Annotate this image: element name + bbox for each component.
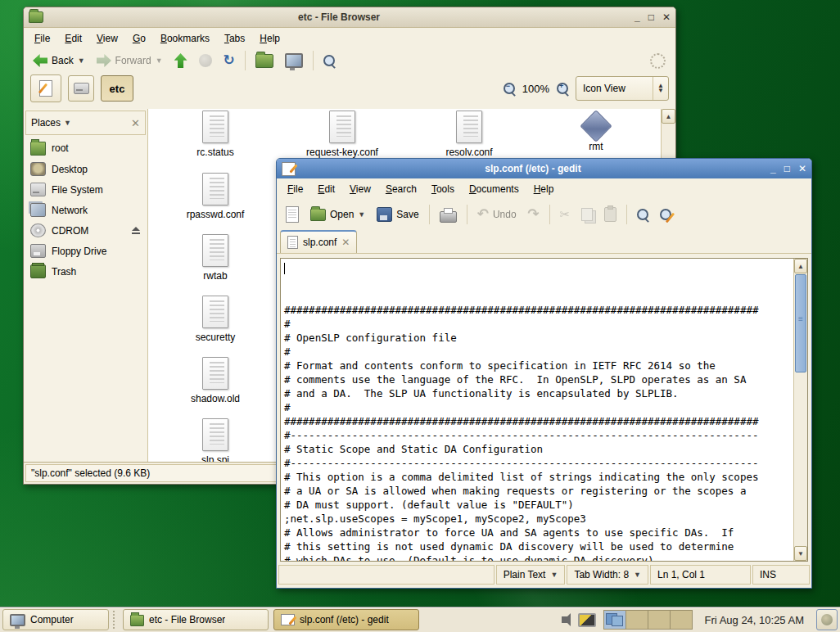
volume-icon[interactable] xyxy=(562,616,567,623)
copy-button[interactable] xyxy=(577,205,597,223)
file-item[interactable]: shadow.old xyxy=(158,357,273,404)
home-button[interactable] xyxy=(251,52,278,70)
zoom-in-icon[interactable]: + xyxy=(557,83,568,94)
places-close-icon[interactable]: ✕ xyxy=(131,117,140,129)
language-select[interactable]: Plain Text ▼ xyxy=(496,565,566,585)
menu-item[interactable]: Go xyxy=(127,30,151,47)
place-item[interactable]: Network xyxy=(24,200,147,220)
eject-icon[interactable] xyxy=(131,227,141,235)
scrollbar-thumb[interactable] xyxy=(795,274,806,372)
menu-item[interactable]: Help xyxy=(528,181,560,197)
place-icon xyxy=(30,264,46,278)
menu-item[interactable]: Documents xyxy=(463,181,525,197)
back-dropdown-icon[interactable]: ▼ xyxy=(78,56,85,65)
menu-item[interactable]: Tabs xyxy=(219,30,251,47)
place-item[interactable]: CDROM xyxy=(24,220,147,241)
find-button[interactable] xyxy=(633,206,653,223)
scroll-up-icon[interactable]: ▲ xyxy=(794,259,807,273)
stop-button[interactable] xyxy=(195,52,216,70)
menu-item[interactable]: File xyxy=(282,181,309,197)
menu-item[interactable]: View xyxy=(344,181,377,197)
up-button[interactable] xyxy=(170,51,192,70)
file-item[interactable]: rmt xyxy=(539,111,653,152)
current-path-button[interactable]: etc xyxy=(101,75,133,102)
up-icon xyxy=(174,53,187,68)
menu-item[interactable]: Edit xyxy=(59,30,88,47)
workspace-4[interactable] xyxy=(671,611,692,629)
task-icon xyxy=(281,614,295,625)
display-settings-icon[interactable] xyxy=(578,613,596,627)
file-item[interactable]: rpasswd.conf xyxy=(158,173,273,220)
editor-scrollbar[interactable]: ▲ ▼ xyxy=(793,259,807,561)
menu-item[interactable]: Edit xyxy=(312,181,341,197)
redo-button[interactable]: ↷ xyxy=(524,205,544,223)
place-item[interactable]: File System xyxy=(24,179,147,200)
menu-item[interactable]: File xyxy=(29,30,56,47)
replace-button[interactable] xyxy=(656,206,675,223)
toggle-location-entry-button[interactable] xyxy=(30,74,61,102)
maximize-button[interactable]: □ xyxy=(784,164,790,174)
file-item[interactable]: resolv.conf xyxy=(412,111,526,158)
computer-menu-button[interactable]: Computer xyxy=(2,609,109,630)
file-item[interactable]: slp.spi xyxy=(158,418,273,463)
minimize-button[interactable]: _ xyxy=(770,164,776,174)
clock[interactable]: Fri Aug 24, 10:25 AM xyxy=(700,614,809,626)
save-icon xyxy=(377,207,392,222)
zoom-out-icon[interactable]: − xyxy=(504,83,515,94)
place-item[interactable]: Desktop xyxy=(24,159,147,179)
forward-button[interactable]: Forward ▼ xyxy=(93,52,167,70)
show-desktop-button[interactable] xyxy=(816,609,838,630)
place-item[interactable]: root xyxy=(24,137,147,159)
file-item[interactable]: rwtab xyxy=(158,234,273,282)
tab-width-select[interactable]: Tab Width: 8 ▼ xyxy=(567,565,648,585)
workspace-1[interactable] xyxy=(604,611,626,629)
back-button[interactable]: Back ▼ xyxy=(29,52,89,70)
close-button[interactable]: ✕ xyxy=(798,164,806,174)
file-item[interactable]: securetty xyxy=(158,296,273,343)
search-button[interactable] xyxy=(319,52,339,69)
open-dropdown-icon[interactable]: ▼ xyxy=(358,210,365,219)
document-tab[interactable]: slp.conf ✕ xyxy=(280,230,357,253)
view-mode-select[interactable]: Icon View ▲▼ xyxy=(576,76,669,101)
undo-button[interactable]: ↶ Undo xyxy=(473,205,521,223)
open-button[interactable]: Open ▼ xyxy=(306,206,369,223)
reload-button[interactable]: ↻ xyxy=(219,52,239,70)
root-path-button[interactable] xyxy=(68,75,94,102)
chevron-down-icon: ▼ xyxy=(634,571,641,579)
workspace-3[interactable] xyxy=(648,611,671,629)
paste-button[interactable] xyxy=(600,205,621,224)
file-item[interactable]: request-key.conf xyxy=(285,111,400,158)
scroll-down-icon[interactable]: ▼ xyxy=(794,546,807,561)
gedit-titlebar[interactable]: slp.conf (/etc) - gedit _ □ ✕ xyxy=(277,159,811,178)
file-browser-titlebar[interactable]: etc - File Browser _ □ ✕ xyxy=(24,7,675,28)
menu-item[interactable]: Tools xyxy=(426,181,460,197)
menu-item[interactable]: Search xyxy=(380,181,422,197)
computer-button[interactable] xyxy=(281,51,307,70)
menu-item[interactable]: Help xyxy=(254,30,286,47)
task-window-button[interactable]: slp.conf (/etc) - gedit xyxy=(273,609,419,630)
workspace-2[interactable] xyxy=(626,611,648,629)
task-list: etc - File Browser slp.conf (/etc) - ged… xyxy=(123,609,419,630)
task-window-button[interactable]: etc - File Browser xyxy=(123,609,269,630)
maximize-button[interactable]: □ xyxy=(648,12,654,22)
places-header[interactable]: Places ▼ ✕ xyxy=(25,111,146,135)
tab-close-icon[interactable]: ✕ xyxy=(341,237,350,248)
file-browser-menubar: FileEditViewGoBookmarksTabsHelp xyxy=(24,28,675,49)
file-item[interactable]: rc.status xyxy=(158,111,273,158)
new-button[interactable] xyxy=(282,204,303,225)
menu-item[interactable]: View xyxy=(91,30,124,47)
cut-button[interactable]: ✂ xyxy=(556,205,575,224)
minimize-button[interactable]: _ xyxy=(635,12,640,22)
workspace-switcher[interactable] xyxy=(603,610,693,630)
text-editor[interactable]: ########################################… xyxy=(281,259,793,561)
save-button[interactable]: Save xyxy=(373,205,422,224)
place-item[interactable]: Floppy Drive xyxy=(24,241,147,261)
scroll-up-icon[interactable]: ▲ xyxy=(662,109,675,124)
panel-grip[interactable] xyxy=(113,611,119,629)
print-button[interactable] xyxy=(436,205,461,225)
computer-icon xyxy=(10,614,25,626)
close-button[interactable]: ✕ xyxy=(662,12,671,22)
menu-item[interactable]: Bookmarks xyxy=(155,30,215,47)
overwrite-mode[interactable]: INS xyxy=(752,565,810,585)
place-item[interactable]: Trash xyxy=(24,261,147,282)
